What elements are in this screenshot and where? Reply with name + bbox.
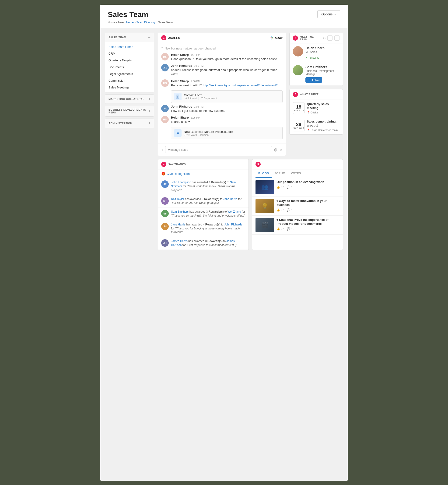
options-button[interactable]: Options ···: [317, 10, 340, 18]
tab-forum[interactable]: FORUM: [272, 170, 288, 178]
meet-prev-button[interactable]: ‹: [327, 35, 333, 40]
location-icon-1: 📍: [307, 111, 310, 114]
chat-meta-3: Helen Sharp 1:56 PM: [171, 79, 283, 83]
reward-giver-3[interactable]: Sam Smithers: [171, 210, 189, 213]
top-row: 1 #SALES: [158, 33, 343, 156]
sidebar-item-quarterly-targets[interactable]: Quarterly Targets: [105, 57, 154, 64]
quote-icon: ❝: [161, 46, 163, 51]
chat-text-4: How do I get access to the new system?: [171, 109, 283, 113]
attachment-doc[interactable]: W New Business Nurture Process.docx 27KB…: [171, 127, 283, 139]
sidebar-marketing-header[interactable]: MARKETING COLLATERAL +: [105, 95, 154, 104]
blog-likes-3: 👍 32: [277, 227, 284, 231]
message-input-bar: + @ ☺: [158, 144, 286, 156]
chat-link[interactable]: http://ink.interactgo.com/pages/sections…: [203, 84, 282, 87]
blog-title-1[interactable]: Our position in an evolving world: [277, 180, 339, 184]
chat-meta-1: Helen Sharp 1:54 PM: [171, 53, 283, 57]
sidebar-bizdev-toggle[interactable]: +: [148, 109, 151, 113]
blog-thumb-2: 💡: [256, 199, 274, 213]
blog-likes-1: 👍 32: [277, 186, 284, 189]
reward-recipient-4[interactable]: John Richards: [224, 223, 242, 226]
svg-rect-0: [270, 37, 271, 38]
meet-next-button[interactable]: ›: [334, 35, 339, 40]
chat-content-3: Helen Sharp 1:56 PM Put a request in wit…: [171, 79, 283, 88]
follow-button-sam[interactable]: 👤 Follow: [305, 77, 322, 83]
chat-text-2: added Process looks good, but what about…: [171, 68, 283, 76]
like-icon-1: 👍: [277, 186, 280, 189]
svg-rect-2: [271, 36, 272, 37]
message-add-icon[interactable]: +: [161, 148, 163, 152]
blogs-header: 5: [252, 159, 343, 170]
sidebar-item-legal[interactable]: Legal Agreements: [105, 71, 154, 77]
sidebar-item-meetings[interactable]: Sales Meetings: [105, 84, 154, 91]
message-icons: @ ☺: [274, 148, 283, 152]
attachment-contact-form[interactable]: Contact Form Ink Intranet | IT Departmen…: [171, 90, 283, 103]
attachment-doc-icon: W: [174, 129, 182, 137]
reward-avatar-ralf: RT: [161, 197, 169, 205]
reward-giver-1[interactable]: John Thompson: [171, 181, 191, 184]
event-date-2: 28 SEP 2018: [293, 120, 304, 131]
meet-team-header: 2 MEET THE TEAM 2/8 ‹ ›: [289, 33, 343, 43]
blog-title-2[interactable]: 6 ways to foster innovation in your busi…: [277, 199, 339, 207]
tab-votes[interactable]: VOTES: [288, 170, 304, 178]
breadcrumb-sep-2: ›: [156, 21, 157, 24]
chat-message-1: HS Helen Sharp 1:54 PM Good question. I'…: [161, 53, 283, 61]
event-month-2: SEP 2018: [294, 127, 304, 129]
attachment-doc-size: 27KB Word Document: [184, 134, 233, 136]
blog-comments-3: 💬 10: [287, 227, 294, 231]
chat-text-1: Good question. I'll take you through in …: [171, 57, 283, 61]
event-location-text-1: Offsite: [311, 111, 318, 114]
attachment-form-icon: [174, 93, 182, 100]
event-info-1: Quarterly sales meeting 📍 Offsite: [307, 102, 339, 114]
whats-next-header: 3 WHAT'S NEXT: [289, 89, 343, 99]
blog-stats-3: 👍 32 💬 10: [277, 227, 339, 231]
member-title-helen: VP Sales: [305, 50, 339, 54]
tab-blogs[interactable]: BLOGS: [256, 170, 272, 178]
comment-count-3: 10: [291, 227, 294, 231]
avatar-john-1: JR: [161, 64, 169, 72]
message-input[interactable]: [165, 146, 272, 153]
like-count-1: 32: [281, 186, 284, 189]
member-name-helen: Helen Sharp: [305, 46, 339, 50]
give-recognition-button[interactable]: 🎁 Give Recognition: [158, 170, 248, 178]
slack-logo: slack: [269, 35, 283, 40]
sidebar-bizdev-header[interactable]: BUSINESS DEVELOPMENTS REPS +: [105, 106, 154, 116]
sidebar-item-sales-home[interactable]: Sales Team Home: [105, 43, 154, 50]
blog-title-3[interactable]: 6 Stats that Prove the Importance of Pro…: [277, 218, 339, 226]
meet-team-badge: 2: [293, 35, 298, 40]
reward-giver-2[interactable]: Ralf Taylor: [171, 197, 184, 201]
breadcrumb-team-dir[interactable]: Team Directory: [136, 21, 155, 24]
blog-comments-2: 💬 10: [287, 208, 294, 212]
reward-giver-4[interactable]: Jane Harris: [171, 223, 185, 226]
reward-giver-5[interactable]: James Harris: [171, 239, 188, 243]
sidebar-admin-title: ADMINISTRATION: [109, 122, 132, 125]
avatar-sam-smithers: [293, 65, 303, 75]
blog-thumb-3: 🎬: [256, 218, 274, 232]
chat-meta-2: John Richards 1:55 PM: [171, 64, 283, 67]
sidebar-item-commission[interactable]: Commission: [105, 77, 154, 84]
sidebar-item-documents[interactable]: Documents: [105, 64, 154, 71]
sidebar-marketing-toggle[interactable]: +: [148, 97, 151, 101]
breadcrumb: You are here : Home › Team Directory › S…: [108, 21, 340, 24]
blog-image-2: 💡: [256, 199, 274, 213]
follow-label: Follow: [312, 79, 320, 81]
attachment-form-info: Contact Form Ink Intranet | IT Departmen…: [184, 93, 217, 100]
page-title: Sales Team: [108, 10, 148, 19]
sidebar-admin-header[interactable]: ADMINISTRATION +: [105, 119, 154, 128]
like-count-2: 32: [281, 208, 284, 212]
breadcrumb-home[interactable]: Home: [126, 21, 134, 24]
chat-name-2: John Richards: [171, 64, 192, 67]
reward-item-2: RT Ralf Taylor has awarded 5 Rewards(s) …: [158, 195, 248, 208]
avatar-john-2: JR: [161, 105, 169, 112]
sidebar-admin-toggle[interactable]: +: [148, 121, 151, 125]
sidebar-sales-team-toggle[interactable]: −: [148, 35, 151, 40]
say-thanks-title: SAY THANKS: [168, 163, 245, 166]
member-name-sam: Sam Smithers: [305, 65, 339, 69]
chat-time-2: 1:55 PM: [194, 65, 203, 67]
reward-recipient-3[interactable]: Wei Zhang: [227, 210, 241, 213]
main-layout: SALES TEAM − Sales Team Home CRM Quarter…: [100, 28, 348, 255]
chat-text-5: shared a file ▾: [171, 120, 283, 124]
reward-recipient-2[interactable]: Jane Harris: [223, 197, 237, 201]
sidebar-item-crm[interactable]: CRM: [105, 50, 154, 57]
emoji-icon[interactable]: ☺: [279, 148, 283, 152]
at-icon[interactable]: @: [274, 148, 277, 152]
